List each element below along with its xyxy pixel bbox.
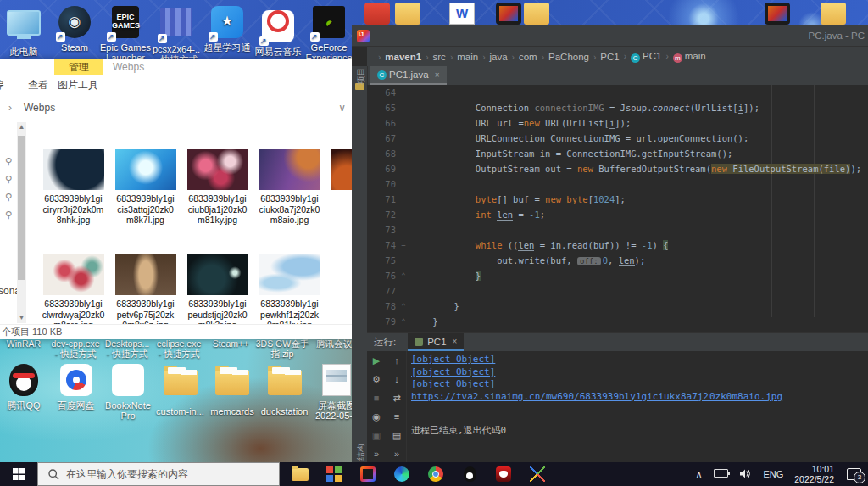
close-run-tab-icon[interactable]: × <box>453 337 458 346</box>
address-bar[interactable]: ›Webps ∨ <box>0 95 358 121</box>
taskbar-intellij[interactable] <box>351 462 385 486</box>
close-tab-icon[interactable]: × <box>435 70 440 80</box>
clock[interactable]: 10:01 2022/5/22 <box>794 464 834 484</box>
code-line[interactable]: 72 int len = -1; <box>367 207 868 222</box>
stop-button[interactable]: ■ <box>374 388 380 407</box>
fold-icon[interactable] <box>396 283 411 299</box>
desktop-icon[interactable]: memcards <box>205 363 259 416</box>
start-button[interactable] <box>0 462 37 486</box>
breadcrumb-item[interactable]: ›CPC1 <box>620 51 662 63</box>
fold-icon[interactable] <box>396 207 411 222</box>
desktop-icon-epic-games[interactable]: EPICGAMES Epic Games Launcher <box>98 5 153 63</box>
desktop-icon-partial-word[interactable] <box>449 3 475 25</box>
code-line[interactable]: 79 ⌃ } <box>367 314 868 329</box>
fold-icon[interactable]: − <box>396 237 411 253</box>
taskbar-file-explorer[interactable] <box>283 462 317 486</box>
file-item[interactable]: 6833939bly1gi ciub8ja1j20zk0 m81ky.jpg <box>181 126 253 231</box>
desktop-icon-chaoxing[interactable]: 超星学习通 <box>200 5 254 53</box>
file-item[interactable]: 6833939bly1gi clwrdwyaj20zk0 m8are.jpg <box>37 231 109 325</box>
tool-button-project[interactable]: 项目 <box>352 71 367 92</box>
breadcrumb[interactable]: Webps <box>24 102 55 114</box>
breadcrumb-item[interactable]: ›java <box>478 52 507 62</box>
ribbon-tab-picture-tools[interactable]: 图片工具 <box>58 78 98 92</box>
action-center-button[interactable]: 3 <box>839 462 868 486</box>
desktop-shortcut-label[interactable]: WinRAR <box>0 338 51 349</box>
breadcrumb-item[interactable]: ›main <box>446 52 478 62</box>
desktop-icon-partial[interactable] <box>364 3 390 25</box>
desktop-shortcut-label[interactable]: dev-cpp.exe - 快捷方式 <box>48 338 103 359</box>
desktop-shortcut-label[interactable]: Desktops... - 快捷方式 <box>100 338 154 359</box>
soft-wrap-icon[interactable]: ⇄ <box>392 388 400 407</box>
fold-icon[interactable]: ⌃ <box>396 268 411 283</box>
breadcrumb-item[interactable]: ›PaChong <box>537 52 589 62</box>
rerun-button[interactable]: ▶ <box>373 351 380 370</box>
volume-icon[interactable] <box>740 469 751 480</box>
desktop-icon-partial-folder[interactable] <box>821 3 846 25</box>
ribbon-tab-manage[interactable]: 管理 <box>54 59 103 75</box>
code-line[interactable]: 68 InputStream in = ConnectionIMG.getInp… <box>367 146 868 161</box>
code-line[interactable]: 69 OutputStream out = new BufferedOutput… <box>367 161 868 176</box>
up-stack-icon[interactable]: ↑ <box>394 351 399 370</box>
console-link-caret-line[interactable]: https://tva2.sinaimg.cn/mw690/6833939bly… <box>411 391 865 404</box>
breadcrumb-item[interactable]: ›src <box>421 52 446 62</box>
code-line[interactable]: 70 <box>367 176 868 192</box>
code-line[interactable]: 78 ⌃ } <box>367 299 868 314</box>
fold-icon[interactable] <box>396 100 411 115</box>
code-line[interactable]: 64 <box>367 85 868 100</box>
file-item[interactable]: 6833939bly1gi petv6p75j20zk 0m8x6p.jpg <box>109 231 181 325</box>
taskbar-qq[interactable] <box>453 462 487 486</box>
more-actions-icon[interactable]: » <box>374 444 379 463</box>
desktop-icon-netease-music[interactable]: 网易云音乐 <box>251 5 305 57</box>
console-link[interactable]: https://tva2.sinaimg.cn/mw690/6833939bly… <box>411 391 709 402</box>
code-line[interactable]: 77 <box>367 283 868 299</box>
code-line[interactable]: 73 <box>367 222 868 237</box>
fold-icon[interactable] <box>396 222 411 237</box>
fold-icon[interactable] <box>396 85 411 100</box>
breadcrumb-item[interactable]: ›com <box>508 52 537 62</box>
code-line[interactable]: 76 ⌃ } <box>367 268 868 283</box>
fold-icon[interactable] <box>396 192 411 207</box>
scroll-down-icon[interactable]: ▼ <box>17 313 26 323</box>
address-dropdown-icon[interactable]: ∨ <box>338 95 346 120</box>
scroll-up-icon[interactable]: ▲ <box>17 122 26 132</box>
desktop-icon[interactable]: 百度网盘 <box>49 363 103 411</box>
ribbon-tab-share[interactable]: 享 <box>0 78 5 92</box>
file-item[interactable]: 6833939bly1gi ciukx8a7j20zk0 m8aio.jpg <box>253 126 326 231</box>
taskbar-store[interactable] <box>317 462 351 486</box>
explorer-title-bar[interactable]: 管理 Webps <box>0 59 358 75</box>
desktop-icon-partial-idea[interactable] <box>496 3 521 25</box>
fold-icon[interactable] <box>396 131 411 146</box>
taskbar-pinwheel-app[interactable] <box>520 462 554 486</box>
desktop-icon-partial-folder[interactable] <box>524 3 549 25</box>
more-console-icon[interactable]: » <box>394 444 399 463</box>
taskbar-red-cat-app[interactable] <box>487 462 520 486</box>
desktop-icon-steam[interactable]: Steam <box>47 5 102 53</box>
desktop-shortcut-label[interactable]: 3DS GW金手 指.zip <box>255 338 309 359</box>
edit-configuration-icon[interactable]: ⚙ <box>372 370 381 388</box>
desktop-icon-this-pc[interactable]: 此电脑 <box>0 5 51 57</box>
fold-icon[interactable] <box>396 115 411 131</box>
code-line[interactable]: 67 URLConnection ConnectionIMG = url.ope… <box>367 131 868 146</box>
run-tab-pc1[interactable]: PC1 × <box>408 333 464 351</box>
scrollbar-thumb[interactable] <box>18 136 25 280</box>
console-link[interactable]: [object Object] <box>411 366 865 379</box>
desktop-icon-geforce[interactable]: GeForce Experience <box>302 5 356 63</box>
language-indicator[interactable]: ENG <box>763 469 783 479</box>
battery-icon[interactable] <box>714 469 728 479</box>
desktop-icon-partial-folder[interactable] <box>395 3 420 25</box>
down-stack-icon[interactable]: ↓ <box>394 370 399 388</box>
file-item[interactable]: 6833939bly1gi pewkhf1zj20zk 0m81ky.jpg <box>253 231 326 325</box>
tool-button-structure[interactable]: 结构 <box>355 444 367 461</box>
breadcrumb-item[interactable]: ›maven1 <box>374 52 421 62</box>
taskbar-chrome[interactable] <box>419 462 453 486</box>
desktop-icon[interactable]: custom-in... <box>153 363 208 416</box>
code-line[interactable]: 66 URL url =new URL(UrlList[i]); <box>367 115 868 131</box>
tray-expand-icon[interactable]: ∧ <box>695 469 702 480</box>
fold-icon[interactable] <box>396 146 411 161</box>
code-line[interactable]: 75 out.write(buf, off:0, len); <box>367 253 868 268</box>
file-item[interactable]: 6833939bly1gi ciryrr3rj20zk0m 8nhk.jpg <box>37 126 109 231</box>
console-output[interactable]: [object Object][object Object][object Ob… <box>411 354 865 472</box>
taskbar-edge[interactable] <box>385 462 419 486</box>
sidebar-scrollbar[interactable]: ▲ ▼ <box>17 122 26 323</box>
breadcrumb-item[interactable]: ›PC1 <box>589 52 620 62</box>
